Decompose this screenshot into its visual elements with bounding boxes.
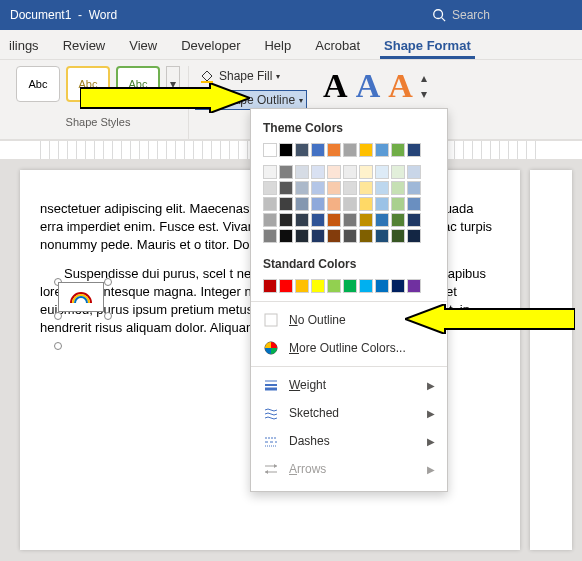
sketched-item[interactable]: Sketched ▶ [251, 399, 447, 427]
color-swatch[interactable] [295, 213, 309, 227]
color-swatch[interactable] [375, 279, 389, 293]
color-swatch[interactable] [327, 197, 341, 211]
color-swatch[interactable] [359, 165, 373, 179]
color-swatch[interactable] [407, 181, 421, 195]
color-swatch[interactable] [311, 279, 325, 293]
color-swatch[interactable] [391, 143, 405, 157]
wordart-style-3[interactable]: A [388, 69, 413, 103]
tab-view[interactable]: View [125, 34, 161, 59]
tab-mailings[interactable]: ilings [5, 34, 43, 59]
color-swatch[interactable] [343, 213, 357, 227]
color-swatch[interactable] [407, 213, 421, 227]
color-swatch[interactable] [391, 213, 405, 227]
color-swatch[interactable] [327, 213, 341, 227]
color-swatch[interactable] [359, 197, 373, 211]
color-swatch[interactable] [375, 181, 389, 195]
color-swatch[interactable] [311, 165, 325, 179]
color-swatch[interactable] [407, 229, 421, 243]
color-swatch[interactable] [263, 229, 277, 243]
tab-shape-format[interactable]: Shape Format [380, 34, 475, 59]
color-swatch[interactable] [375, 229, 389, 243]
color-swatch[interactable] [359, 213, 373, 227]
color-swatch[interactable] [311, 197, 325, 211]
color-swatch[interactable] [407, 165, 421, 179]
color-swatch[interactable] [311, 143, 325, 157]
color-swatch[interactable] [359, 143, 373, 157]
color-swatch[interactable] [279, 197, 293, 211]
color-swatch[interactable] [295, 229, 309, 243]
resize-handle[interactable] [104, 312, 112, 320]
color-swatch[interactable] [407, 279, 421, 293]
color-swatch[interactable] [391, 197, 405, 211]
color-swatch[interactable] [375, 197, 389, 211]
tab-acrobat[interactable]: Acrobat [311, 34, 364, 59]
color-swatch[interactable] [295, 279, 309, 293]
color-swatch[interactable] [359, 181, 373, 195]
color-swatch[interactable] [311, 213, 325, 227]
color-swatch[interactable] [343, 279, 357, 293]
callout-arrow-2 [405, 304, 575, 334]
color-swatch[interactable] [279, 229, 293, 243]
color-swatch[interactable] [327, 229, 341, 243]
color-swatch[interactable] [407, 197, 421, 211]
color-swatch[interactable] [279, 165, 293, 179]
color-swatch[interactable] [359, 279, 373, 293]
color-swatch[interactable] [375, 143, 389, 157]
color-swatch[interactable] [343, 229, 357, 243]
tab-help[interactable]: Help [260, 34, 295, 59]
dashes-item[interactable]: Dashes ▶ [251, 427, 447, 455]
resize-handle[interactable] [54, 342, 62, 350]
color-swatch[interactable] [407, 143, 421, 157]
shape-style-1[interactable]: Abc [16, 66, 60, 102]
weight-item[interactable]: Weight ▶ [251, 371, 447, 399]
color-swatch[interactable] [391, 279, 405, 293]
page-2[interactable] [530, 170, 572, 550]
color-swatch[interactable] [295, 143, 309, 157]
color-swatch[interactable] [343, 143, 357, 157]
chevron-down-icon: ▾ [276, 72, 280, 81]
tab-developer[interactable]: Developer [177, 34, 244, 59]
color-swatch[interactable] [263, 197, 277, 211]
dashes-label: Dashes [289, 434, 330, 448]
color-swatch[interactable] [391, 181, 405, 195]
color-swatch[interactable] [263, 213, 277, 227]
color-swatch[interactable] [327, 165, 341, 179]
shape-fill-label: Shape Fill [219, 69, 272, 83]
no-outline-icon [263, 312, 279, 328]
search-input[interactable] [452, 8, 572, 22]
shape-object[interactable] [58, 282, 104, 312]
color-swatch[interactable] [279, 213, 293, 227]
search-box[interactable] [432, 8, 572, 22]
color-swatch[interactable] [263, 181, 277, 195]
color-swatch[interactable] [279, 181, 293, 195]
tab-review[interactable]: Review [59, 34, 110, 59]
resize-handle[interactable] [54, 312, 62, 320]
color-swatch[interactable] [391, 229, 405, 243]
color-swatch[interactable] [391, 165, 405, 179]
color-swatch[interactable] [343, 197, 357, 211]
color-swatch[interactable] [327, 143, 341, 157]
color-swatch[interactable] [327, 181, 341, 195]
wordart-style-1[interactable]: A [323, 69, 348, 103]
color-swatch[interactable] [295, 181, 309, 195]
color-swatch[interactable] [263, 279, 277, 293]
color-swatch[interactable] [263, 165, 277, 179]
color-swatch[interactable] [327, 279, 341, 293]
wordart-style-2[interactable]: A [356, 69, 381, 103]
color-swatch[interactable] [279, 143, 293, 157]
wordart-more[interactable]: ▴▾ [421, 66, 435, 106]
color-swatch[interactable] [295, 165, 309, 179]
color-swatch[interactable] [375, 165, 389, 179]
color-swatch[interactable] [343, 181, 357, 195]
color-swatch[interactable] [375, 213, 389, 227]
selected-shape[interactable] [40, 270, 120, 340]
color-swatch[interactable] [263, 143, 277, 157]
color-swatch[interactable] [311, 229, 325, 243]
more-outline-colors-item[interactable]: More Outline Colors... [251, 334, 447, 362]
color-swatch[interactable] [279, 279, 293, 293]
color-swatch[interactable] [311, 181, 325, 195]
color-swatch[interactable] [295, 197, 309, 211]
color-swatch[interactable] [359, 229, 373, 243]
color-swatch[interactable] [343, 165, 357, 179]
resize-handle[interactable] [104, 278, 112, 286]
